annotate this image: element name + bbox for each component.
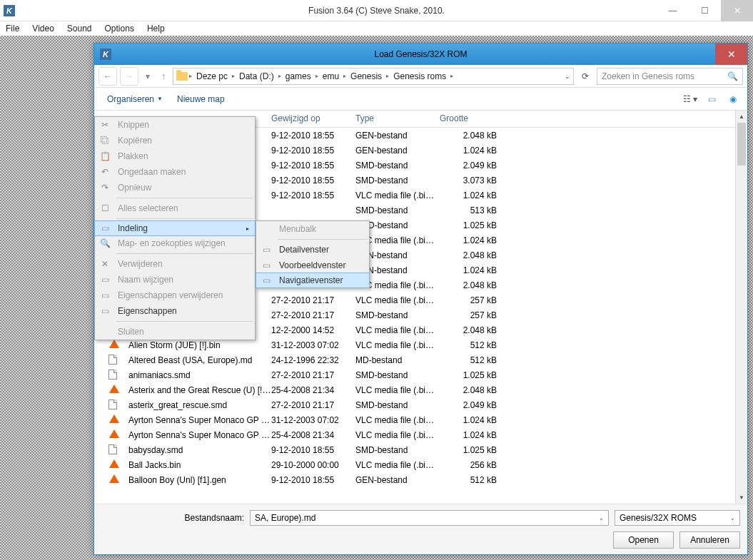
help-button[interactable]: ◉ xyxy=(724,91,742,108)
scroll-thumb[interactable] xyxy=(737,123,746,166)
menu-item[interactable]: ▭Indeling▸ xyxy=(94,220,256,236)
submenu-arrow-icon: ▸ xyxy=(246,225,249,232)
folder-icon xyxy=(176,72,188,81)
nav-history-button[interactable]: ▾ xyxy=(141,67,154,86)
table-row[interactable]: babysday.smd9-12-2010 18:55SMD-bestand1.… xyxy=(94,442,735,457)
menu-item[interactable]: ↷Opnieuw xyxy=(95,180,255,195)
menu-options[interactable]: Options xyxy=(105,24,134,34)
menu-item[interactable]: ▭Eigenschappen xyxy=(95,303,255,319)
select-icon: ☐ xyxy=(98,203,112,213)
menu-item-label: Menubalk xyxy=(279,224,316,234)
menu-item[interactable]: 🔍Map- en zoekopties wijzigen xyxy=(95,235,255,251)
crumb[interactable]: Data (D:) xyxy=(236,71,277,81)
cell-date: 25-4-2008 21:34 xyxy=(271,385,355,395)
table-row[interactable]: Ayrton Senna's Super Monaco GP II (U) [!… xyxy=(94,427,735,442)
vlc-icon xyxy=(108,340,120,351)
cell-type: SMD-bestand xyxy=(355,205,440,215)
table-row[interactable]: Balloon Boy (Unl) [f1].gen9-12-2010 18:5… xyxy=(94,472,735,487)
menu-item[interactable]: ▭Navigatievenster xyxy=(256,273,370,288)
file-icon xyxy=(108,355,120,366)
del-icon: ✕ xyxy=(98,259,112,269)
menu-item[interactable]: ⿻Kopiëren xyxy=(95,133,255,148)
cancel-button[interactable]: Annuleren xyxy=(679,531,740,549)
cell-type: SMD-bestand xyxy=(355,370,440,380)
cell-size: 2.048 kB xyxy=(440,325,497,335)
table-row[interactable]: animaniacs.smd27-2-2010 21:17SMD-bestand… xyxy=(94,367,735,382)
view-options-button[interactable]: ☷ ▾ xyxy=(682,91,699,108)
open-button[interactable]: Openen xyxy=(613,531,674,549)
cell-type: VLC media file (.bi… xyxy=(355,385,440,395)
chevron-down-icon: ⌄ xyxy=(730,515,735,521)
crumb[interactable]: Genesis xyxy=(348,71,385,81)
cell-size: 1.024 kB xyxy=(440,235,497,245)
col-type[interactable]: Type xyxy=(355,111,440,127)
nav-back-button[interactable]: ← xyxy=(98,67,117,86)
menu-item[interactable]: ✂Knippen xyxy=(95,117,255,133)
menu-sound[interactable]: Sound xyxy=(67,24,92,34)
breadcrumb[interactable]: ▸ Deze pc▸ Data (D:)▸ games▸ emu▸ Genesi… xyxy=(173,68,574,85)
crumb[interactable]: games xyxy=(283,71,314,81)
crumb[interactable]: emu xyxy=(320,71,342,81)
opts-icon: 🔍 xyxy=(98,238,112,248)
new-folder-button[interactable]: Nieuwe map xyxy=(170,91,232,107)
menu-item[interactable]: ✕Verwijderen xyxy=(95,256,255,272)
cell-type: SMD-bestand xyxy=(355,175,440,185)
breadcrumb-dropdown-icon[interactable]: ⌄ xyxy=(565,73,570,80)
cell-type: GEN-bestand xyxy=(355,131,440,141)
nav-bar: ← → ▾ ↑ ▸ Deze pc▸ Data (D:)▸ games▸ emu… xyxy=(94,65,747,88)
cell-size: 1.024 kB xyxy=(440,146,497,156)
dialog-close-button[interactable]: ✕ xyxy=(715,44,747,65)
menu-item[interactable]: Menubalk xyxy=(256,221,369,237)
menu-item[interactable]: ▭Voorbeeldvenster xyxy=(256,258,369,273)
scroll-up-icon[interactable]: ▲ xyxy=(736,111,747,123)
scroll-down-icon[interactable]: ▼ xyxy=(736,492,747,504)
menu-item[interactable]: ▭Naam wijzigen xyxy=(95,272,255,287)
nav-up-button[interactable]: ↑ xyxy=(157,67,170,86)
menu-item[interactable]: ▭Eigenschappen verwijderen xyxy=(95,287,255,303)
table-row[interactable]: asterix_great_rescue.smd27-2-2010 21:17S… xyxy=(94,397,735,412)
cell-size: 2.048 kB xyxy=(440,280,497,290)
pane-icon: ▭ xyxy=(259,245,273,255)
table-row[interactable]: Ayrton Senna's Super Monaco GP II (JE) [… xyxy=(94,412,735,427)
file-icon xyxy=(108,444,120,456)
dialog-titlebar[interactable]: K Load Genesis/32X ROM ✕ xyxy=(94,44,747,65)
organize-button[interactable]: Organiseren ▼ xyxy=(100,91,170,107)
cell-size: 1.024 kB xyxy=(440,415,497,425)
refresh-button[interactable]: ⟳ xyxy=(577,68,594,85)
menu-separator xyxy=(116,321,253,322)
cell-size: 1.025 kB xyxy=(440,220,497,230)
menu-item-label: Plakken xyxy=(118,151,148,161)
menu-item-label: Alles selecteren xyxy=(118,203,178,213)
minimize-button[interactable]: — xyxy=(657,0,689,21)
maximize-button[interactable]: ☐ xyxy=(689,0,721,21)
cell-date: 27-2-2010 21:17 xyxy=(271,370,355,380)
main-menubar: File Video Sound Options Help xyxy=(0,21,753,36)
filetype-filter[interactable]: Genesis/32X ROMS ⌄ xyxy=(615,510,740,526)
copy-icon: ⿻ xyxy=(98,136,112,146)
vlc-icon xyxy=(108,385,120,396)
col-size[interactable]: Grootte xyxy=(440,111,497,127)
menu-item[interactable]: ▭Detailvenster xyxy=(256,242,369,258)
crumb[interactable]: Deze pc xyxy=(193,71,231,81)
search-placeholder: Zoeken in Genesis roms xyxy=(602,71,727,81)
menu-video[interactable]: Video xyxy=(32,24,54,34)
col-date[interactable]: Gewijzigd op xyxy=(271,111,355,127)
search-input[interactable]: Zoeken in Genesis roms 🔍 xyxy=(597,68,743,85)
menu-file[interactable]: File xyxy=(6,24,19,34)
filename-input[interactable]: SA, Europe).md ⌄ xyxy=(250,510,609,526)
preview-pane-button[interactable]: ▭ xyxy=(703,91,720,108)
menu-item[interactable]: ☐Alles selecteren xyxy=(95,200,255,216)
menu-item[interactable]: ↶Ongedaan maken xyxy=(95,164,255,180)
cell-type: MD-bestand xyxy=(355,355,440,365)
scrollbar[interactable]: ▲ ▼ xyxy=(735,111,747,504)
menu-item[interactable]: 📋Plakken xyxy=(95,148,255,164)
table-row[interactable]: Asterix and the Great Rescue (U) [!].bin… xyxy=(94,382,735,397)
menu-item[interactable]: Sluiten xyxy=(95,324,255,340)
close-button[interactable]: ✕ xyxy=(721,0,753,21)
cell-date: 9-12-2010 18:55 xyxy=(271,146,355,156)
nav-forward-button[interactable]: → xyxy=(120,67,138,86)
table-row[interactable]: Altered Beast (USA, Europe).md24-12-1996… xyxy=(94,352,735,367)
crumb[interactable]: Genesis roms xyxy=(390,71,449,81)
menu-help[interactable]: Help xyxy=(147,24,165,34)
table-row[interactable]: Ball Jacks.bin29-10-2000 00:00VLC media … xyxy=(94,457,735,472)
